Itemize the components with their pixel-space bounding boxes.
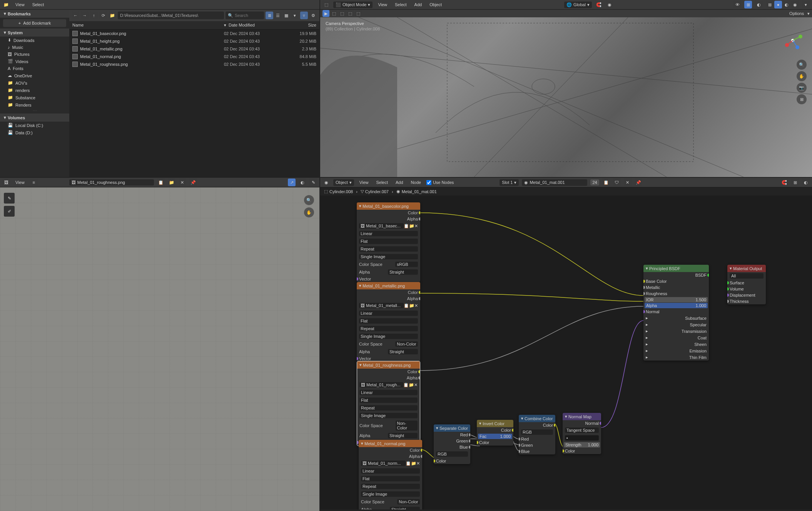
volumes-header[interactable]: ▾Volumes — [0, 114, 69, 122]
select-box-icon[interactable]: ▶ — [322, 10, 329, 17]
volume-item[interactable]: 💾Local Disk (C:) — [0, 122, 69, 129]
normal-map-node[interactable]: ▾Normal Map Normal Tangent Space ▪ Stren… — [563, 413, 601, 454]
principled-bsdf-node[interactable]: ▾Principled BSDF BSDF Base Color Metalli… — [643, 265, 709, 361]
shading-wire-icon[interactable]: ⊞ — [766, 1, 774, 8]
image-texture-node[interactable]: ▾Metal_01_basecolor.png Color Alpha 🖼 Me… — [357, 202, 420, 282]
editor-type-icon[interactable]: ◉ — [322, 179, 330, 186]
new-mat-icon[interactable]: 📋 — [602, 179, 610, 186]
bsdf-group[interactable]: ▸Subsurface — [643, 315, 709, 321]
settings-gear-icon[interactable]: ⚙ — [309, 12, 317, 19]
menu-select[interactable]: Select — [393, 2, 409, 8]
strength-slider[interactable]: Strength1.000 — [564, 442, 600, 448]
zoom-icon[interactable]: 🔍 — [304, 195, 314, 205]
file-row[interactable]: Metal_01_metallic.png02 Dec 2024 03:432.… — [69, 45, 319, 53]
snap-icon[interactable]: 🧲 — [780, 179, 788, 186]
image-texture-node-selected[interactable]: ▾Metal_01_roughness.png Color Alpha 🖼 Me… — [357, 361, 420, 446]
display-mode-icon[interactable]: ↗ — [288, 179, 296, 186]
image-texture-node[interactable]: ▾Metal_01_metallic.png Color Alpha 🖼 Met… — [357, 282, 420, 362]
node-header[interactable]: ▾Metal_01_basecolor.png — [357, 202, 420, 210]
material-output-node[interactable]: ▾Material Output All Surface Volume Disp… — [727, 265, 766, 304]
combine-color-node[interactable]: ▾Combine Color Color RGB Red Green Blue — [519, 415, 555, 454]
annotate-tool-icon[interactable]: ✐ — [4, 206, 15, 217]
perspective-icon[interactable]: ⊞ — [797, 94, 807, 104]
sidebar-item[interactable]: 🖼Pictures — [0, 51, 69, 58]
menu-object[interactable]: Object — [427, 2, 444, 8]
invert-color-node[interactable]: ▾Invert Color Color Fac1.000 Color — [477, 420, 513, 446]
editor-type-icon[interactable]: ⬚ — [322, 1, 330, 8]
fake-user-icon[interactable]: 🛡 — [613, 179, 621, 186]
unlink-icon[interactable]: ✕ — [624, 179, 632, 186]
volume-item[interactable]: 💾Data (D:) — [0, 129, 69, 136]
bookmarks-header[interactable]: ▾Bookmarks — [0, 10, 69, 18]
breadcrumb-item[interactable]: ◉Metal_01_mat.001 — [396, 189, 437, 194]
tool-icon[interactable]: ⬚ — [339, 10, 346, 17]
pin-icon[interactable]: 📌 — [189, 179, 197, 186]
material-selector[interactable]: ◉Metal_01_mat.001 — [522, 179, 587, 186]
users-count[interactable]: 24 — [590, 179, 599, 185]
ior-slider[interactable]: IOR1.500 — [645, 297, 708, 302]
bsdf-group[interactable]: ▸Transmission — [643, 328, 709, 334]
sidebar-item[interactable]: ⬇Downloads — [0, 37, 69, 44]
gizmo-visibility-icon[interactable]: 👁 — [733, 1, 741, 8]
new-folder-icon[interactable]: 📁 — [109, 12, 116, 19]
menu-add[interactable]: Add — [412, 2, 424, 8]
fac-slider[interactable]: Fac1.000 — [478, 434, 512, 439]
editor-type-icon[interactable]: 🖼 — [2, 179, 10, 186]
pan-icon[interactable]: ✋ — [797, 71, 807, 81]
node-header[interactable]: ▾Metal_01_metallic.png — [357, 282, 420, 289]
slot-dropdown[interactable]: Slot 1▾ — [500, 179, 519, 186]
camera-icon[interactable]: 📷 — [797, 83, 807, 93]
options-button[interactable]: Options — [787, 10, 806, 17]
sidebar-item[interactable]: 🎬Videos — [0, 58, 69, 65]
shading-solid-icon[interactable]: ● — [774, 1, 782, 8]
snap-icon[interactable]: 🧲 — [595, 1, 603, 8]
display-grid-icon[interactable]: ▦ — [282, 12, 290, 19]
use-nodes-toggle[interactable]: Use Nodes — [426, 180, 454, 185]
display-detail-icon[interactable]: ☰ — [274, 12, 282, 19]
tool-icon[interactable]: ⬚ — [331, 10, 337, 17]
sidebar-item[interactable]: 📁Renders — [0, 101, 69, 109]
node-header[interactable]: ▾Principled BSDF — [643, 265, 709, 272]
node-header[interactable]: ▾Metal_01_normal.png — [359, 440, 422, 447]
separate-color-node[interactable]: ▾Separate Color Red Green Blue RGB Color — [434, 424, 470, 464]
tool-icon[interactable]: ⬚ — [355, 10, 362, 17]
shading-render-icon[interactable]: ◉ — [791, 1, 799, 8]
editor-type-icon[interactable]: 📁 — [2, 1, 10, 8]
node-header[interactable]: ▾Normal Map — [563, 413, 601, 420]
node-header[interactable]: ▾Combine Color — [519, 415, 555, 422]
search-input[interactable]: 🔍Search — [226, 12, 264, 19]
menu-expand-icon[interactable]: ≡ — [30, 179, 38, 186]
breadcrumb-item[interactable]: ▽Cylinder.007 — [361, 189, 389, 194]
sidebar-item[interactable]: ♪Music — [0, 44, 69, 51]
nav-gizmo[interactable] — [781, 29, 804, 52]
file-row[interactable]: Metal_01_height.png02 Dec 2024 03:4320.2… — [69, 37, 319, 45]
menu-view[interactable]: View — [13, 2, 27, 8]
nav-up-icon[interactable]: ↑ — [90, 12, 98, 19]
nav-forward-icon[interactable]: → — [81, 12, 89, 19]
bsdf-group[interactable]: ▸Coat — [643, 334, 709, 341]
display-settings-icon[interactable]: ▾ — [291, 12, 299, 19]
zoom-icon[interactable]: 🔍 — [797, 60, 807, 70]
menu-view[interactable]: View — [13, 179, 27, 185]
shading-options-icon[interactable]: ▾ — [802, 1, 810, 8]
alpha-slider[interactable]: Alpha1.000 — [645, 303, 708, 308]
pan-icon[interactable]: ✋ — [304, 207, 314, 217]
node-header[interactable]: ▾Invert Color — [477, 420, 513, 427]
node-header[interactable]: ▾Metal_01_roughness.png — [357, 361, 420, 369]
filter-icon[interactable]: ▿ — [300, 12, 308, 19]
node-canvas[interactable]: ▾Metal_01_basecolor.png Color Alpha 🖼 Me… — [320, 195, 812, 509]
col-size[interactable]: Size — [286, 23, 316, 28]
sidebar-item[interactable]: AFonts — [0, 65, 69, 72]
image-selector[interactable]: 🖼 Metal_01_roughness.png — [69, 179, 154, 185]
breadcrumb-item[interactable]: ⬚Cylinder.008 — [324, 189, 353, 194]
backdrop-icon[interactable]: ◐ — [802, 179, 810, 186]
sidebar-item[interactable]: 📁Substance — [0, 94, 69, 101]
sidebar-item[interactable]: ☁OneDrive — [0, 72, 69, 79]
scopes-icon[interactable]: ◐ — [299, 179, 306, 186]
sample-tool-icon[interactable]: ✎ — [4, 193, 15, 204]
new-image-icon[interactable]: 📋 — [157, 179, 165, 186]
viewport-3d[interactable]: Camera Perspective (89) Collection | Cyl… — [320, 17, 812, 177]
file-row[interactable]: Metal_01_basecolor.png02 Dec 2024 03:431… — [69, 30, 319, 37]
bsdf-group[interactable]: ▸Specular — [643, 321, 709, 328]
bsdf-group[interactable]: ▸Sheen — [643, 341, 709, 347]
